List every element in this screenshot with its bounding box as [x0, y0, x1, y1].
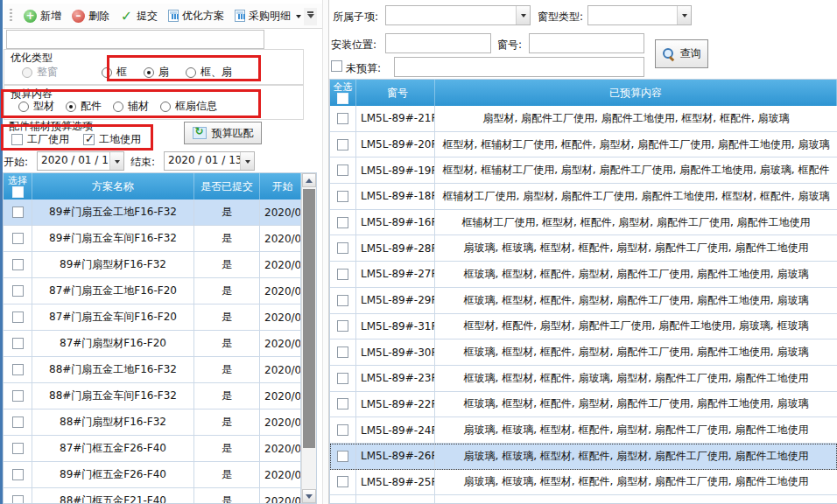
row-checkbox[interactable]	[337, 139, 348, 150]
window-type-dropdown-icon[interactable]	[677, 6, 691, 24]
row-checkbox[interactable]	[337, 242, 348, 254]
radio-option[interactable]: 型材	[18, 99, 54, 114]
plan-row[interactable]: 89#门扇五金工地F16-F32是2020/0	[4, 200, 301, 226]
not-budgeted-input[interactable]	[394, 57, 644, 77]
row-checkbox[interactable]	[337, 346, 348, 358]
radio-icon[interactable]	[102, 67, 112, 78]
radio-option[interactable]: 扇	[144, 65, 169, 80]
plan-row[interactable]: 87#门扇五金车间F16-F20是2020/0	[4, 304, 301, 331]
select-all-checkbox[interactable]	[337, 93, 348, 104]
window-row[interactable]: LM5L-89#-16F15框辅材工厂使用, 框型材, 框配件, 扇型材, 扇配…	[330, 210, 837, 236]
sub-item-dropdown-icon[interactable]	[516, 6, 530, 24]
plan-row[interactable]: 89#门框五金F26-F40是2020/0	[4, 462, 301, 488]
window-row[interactable]: LM5L-89#-28F26扇玻璃, 框玻璃, 框型材, 框配件, 扇型材, 扇…	[330, 235, 837, 262]
sub-item-select[interactable]	[385, 5, 531, 25]
plan-row[interactable]: 89#门扇型材F16-F32是2020/0	[4, 252, 301, 278]
window-row[interactable]: LM5L-89#-24F22扇玻璃, 框玻璃, 框型材, 框配件, 扇型材, 扇…	[330, 417, 837, 444]
budget-match-button[interactable]: 预算匹配	[184, 122, 262, 144]
install-position-input[interactable]	[385, 33, 491, 53]
plan-row[interactable]: 88#门扇型材F16-F32是2020/0	[4, 410, 301, 436]
window-row[interactable]: LM5L-89#-27F25框玻璃, 框型材, 框配件, 扇型材, 扇配件工厂使…	[330, 262, 837, 288]
radio-option[interactable]: 辅材	[113, 99, 149, 114]
toolbar-grip-icon[interactable]	[10, 9, 12, 23]
window-row[interactable]: LM5L-89#-25F23扇玻璃, 框玻璃, 框型材, 框配件, 扇型材, 扇…	[330, 470, 837, 496]
window-row[interactable]: LM5L-89#-22F20框玻璃, 框型材, 框配件, 扇型材, 扇配件工厂使…	[330, 392, 837, 418]
toolbar-button[interactable]: 采购明细	[229, 6, 307, 26]
row-checkbox[interactable]	[337, 424, 348, 436]
radio-option[interactable]: 整窗	[22, 65, 58, 80]
plan-row[interactable]: 87#门扇五金工地F16-F20是2020/0	[4, 278, 301, 304]
checkbox-option[interactable]: 工地使用	[83, 132, 141, 147]
toolbar-button[interactable]: 新增	[18, 6, 67, 26]
plan-table-scrollbar[interactable]	[301, 173, 316, 503]
row-checkbox[interactable]	[12, 312, 24, 323]
radio-option[interactable]: 框扇信息	[160, 99, 217, 114]
window-row[interactable]: LM5L-89#-19F17框型材, 框辅材工厂使用, 扇型材, 扇配件工厂使用…	[330, 158, 837, 184]
checkbox-icon[interactable]	[83, 134, 95, 145]
plan-row[interactable]: 88#门框五金F21-F40是2020/0	[4, 488, 301, 503]
row-checkbox[interactable]	[337, 451, 348, 462]
radio-icon[interactable]	[18, 102, 29, 112]
window-row[interactable]: LM5L-89#-26F24扇玻璃, 框玻璃, 框型材, 框配件, 扇型材, 扇…	[330, 444, 837, 470]
row-checkbox[interactable]	[337, 217, 348, 228]
start-date-dropdown-icon[interactable]	[109, 152, 123, 170]
radio-option[interactable]: 框	[102, 65, 127, 80]
scroll-down-icon[interactable]	[302, 489, 316, 503]
window-no-input[interactable]	[529, 33, 644, 53]
plan-row[interactable]: 89#门扇五金车间F16-F32是2020/0	[4, 226, 301, 252]
row-checkbox[interactable]	[337, 191, 348, 202]
end-date-picker[interactable]: 2020 / 01 / 13	[164, 151, 255, 171]
row-checkbox[interactable]	[12, 259, 24, 270]
row-checkbox[interactable]	[12, 233, 24, 244]
plan-filter-input[interactable]	[6, 30, 264, 49]
window-type-select[interactable]	[587, 5, 692, 25]
radio-icon[interactable]	[113, 102, 123, 112]
row-checkbox[interactable]	[337, 269, 348, 280]
scrollbar-thumb[interactable]	[303, 189, 315, 448]
row-checkbox[interactable]	[337, 398, 348, 410]
row-checkbox[interactable]	[12, 364, 24, 375]
scroll-up-icon[interactable]	[302, 173, 316, 187]
radio-option[interactable]: 配件	[66, 99, 102, 114]
start-date-picker[interactable]: 2020 / 01 / 1	[37, 151, 124, 171]
row-checkbox[interactable]	[12, 338, 24, 349]
window-row[interactable]: LM5L-89#-31F29框型材, 框配件, 扇型材, 扇配件工厂使用, 扇配…	[330, 314, 837, 340]
plan-row[interactable]: 87#门框五金F26-F40是2020/0	[4, 436, 301, 462]
radio-icon[interactable]	[66, 102, 76, 112]
window-row[interactable]: LM5L-89#-21F19扇型材, 扇配件工厂使用, 扇配件工地使用, 框型材…	[330, 106, 837, 132]
end-date-dropdown-icon[interactable]	[240, 152, 254, 170]
radio-icon[interactable]	[144, 67, 154, 78]
row-checkbox[interactable]	[12, 285, 24, 297]
row-checkbox[interactable]	[337, 113, 348, 124]
not-budgeted-checkbox[interactable]	[331, 60, 342, 72]
toolbar-button[interactable]: 删除	[67, 6, 115, 26]
window-row[interactable]: LM5L-89#-30F28框玻璃, 框型材, 框配件, 扇型材, 扇配件工厂使…	[330, 340, 837, 366]
toolbar-overflow-button[interactable]	[304, 8, 317, 25]
row-checkbox[interactable]	[337, 320, 348, 332]
row-checkbox[interactable]	[12, 206, 24, 218]
checkbox-icon[interactable]	[11, 134, 23, 145]
window-no-column-header[interactable]: 窗号	[356, 80, 435, 106]
radio-option[interactable]: 框、扇	[186, 65, 232, 80]
row-checkbox[interactable]	[12, 416, 24, 428]
plan-row[interactable]: 87#门扇型材F16-F20是2020/0	[4, 331, 301, 357]
window-row[interactable]: LM5L-89#-18F16框辅材工厂使用, 扇型材, 扇配件工厂使用, 扇配件…	[330, 184, 837, 210]
row-checkbox[interactable]	[337, 373, 348, 384]
row-checkbox[interactable]	[337, 164, 348, 176]
plan-row[interactable]: 88#门扇五金工地F16-F32是2020/0	[4, 357, 301, 383]
select-all-checkbox[interactable]	[12, 186, 24, 198]
row-checkbox[interactable]	[337, 476, 348, 487]
start-column-header[interactable]: 开始	[260, 173, 301, 200]
toolbar-button[interactable]: 提交	[115, 6, 163, 26]
radio-icon[interactable]	[186, 67, 196, 78]
row-checkbox[interactable]	[12, 495, 24, 503]
radio-icon[interactable]	[22, 67, 32, 78]
row-checkbox[interactable]	[12, 443, 24, 454]
radio-icon[interactable]	[160, 102, 171, 112]
row-checkbox[interactable]	[337, 295, 348, 306]
row-checkbox[interactable]	[12, 390, 24, 402]
row-checkbox[interactable]	[12, 469, 24, 480]
checkbox-option[interactable]: 工厂使用	[11, 132, 69, 147]
window-row[interactable]: LM5L-89#-23F21框玻璃, 框型材, 框配件, 扇玻璃, 扇型材, 扇…	[330, 366, 837, 392]
plan-name-column-header[interactable]: 方案名称	[32, 173, 194, 200]
